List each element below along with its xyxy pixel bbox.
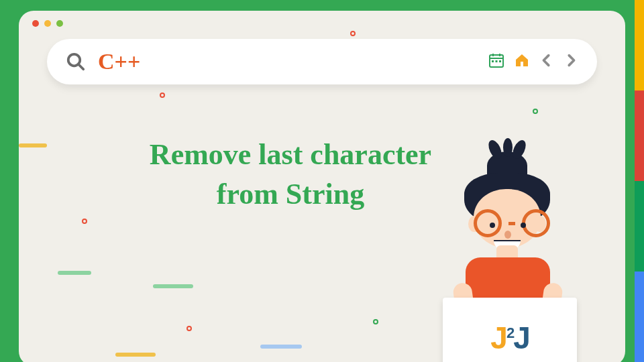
eye <box>490 223 495 228</box>
chevron-right-icon[interactable] <box>564 53 578 70</box>
logo: J2J <box>490 320 529 356</box>
svg-rect-6 <box>492 60 494 62</box>
minimize-dot[interactable] <box>44 20 51 27</box>
deco-circle-icon <box>160 93 165 98</box>
glasses-icon <box>474 209 550 237</box>
bar-icon-group <box>488 52 578 71</box>
home-icon[interactable] <box>514 52 530 71</box>
chevron-left-icon[interactable] <box>539 53 554 70</box>
deco-pill-icon <box>19 143 47 147</box>
stripe <box>635 0 644 90</box>
stripe <box>635 90 644 181</box>
color-stripes <box>635 0 644 362</box>
svg-rect-7 <box>496 60 498 62</box>
search-icon[interactable] <box>66 52 86 72</box>
deco-circle-icon <box>186 326 192 331</box>
svg-line-1 <box>78 64 84 70</box>
deco-circle-icon <box>350 31 356 36</box>
eye <box>521 223 526 228</box>
nose <box>504 231 511 239</box>
window-controls <box>32 20 63 27</box>
deco-circle-icon <box>82 219 87 224</box>
deco-pill-icon <box>58 271 91 275</box>
browser-window: C++ Remove last character from String <box>19 11 625 362</box>
logo-sup: 2 <box>506 324 513 341</box>
search-query: C++ <box>98 49 140 74</box>
deco-pill-icon <box>115 353 156 357</box>
calendar-icon[interactable] <box>488 52 504 71</box>
deco-pill-icon <box>153 284 193 288</box>
stripe <box>635 181 644 272</box>
character-illustration: J2J <box>408 152 582 362</box>
page-title: Remove last character from String <box>146 135 435 215</box>
logo-part: J <box>490 320 506 355</box>
maximize-dot[interactable] <box>56 20 63 27</box>
svg-rect-9 <box>521 62 523 66</box>
search-bar[interactable]: C++ <box>47 39 597 84</box>
laptop: J2J <box>443 298 577 362</box>
deco-circle-icon <box>533 109 538 114</box>
deco-pill-icon <box>260 345 302 349</box>
stripe <box>635 272 644 362</box>
logo-part: J <box>513 320 529 355</box>
deco-circle-icon <box>373 319 378 324</box>
svg-rect-8 <box>499 60 501 62</box>
close-dot[interactable] <box>32 20 39 27</box>
